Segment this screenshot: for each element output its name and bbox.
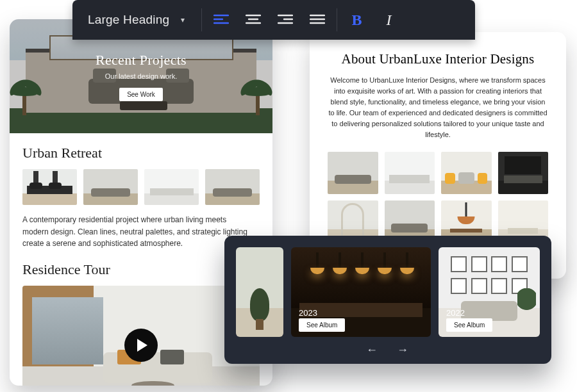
album-card[interactable] — [236, 247, 283, 337]
toolbar-separator — [337, 8, 337, 31]
align-justify-button[interactable] — [308, 12, 326, 28]
thumbnail[interactable] — [22, 169, 77, 205]
grid-image[interactable] — [328, 152, 378, 194]
text-style-selected: Large Heading — [88, 13, 169, 27]
thumbnail-row — [22, 169, 260, 205]
toolbar-separator — [201, 8, 202, 31]
album-year: 2022 — [446, 308, 465, 318]
align-center-button[interactable] — [244, 12, 262, 28]
album-card[interactable]: 2022 See Album — [439, 247, 540, 337]
align-left-button[interactable] — [212, 12, 230, 28]
see-album-button[interactable]: See Album — [446, 318, 492, 332]
album-year: 2023 — [299, 308, 317, 318]
align-group — [212, 12, 326, 28]
play-icon[interactable] — [124, 329, 158, 362]
hero-title: Recent Projects — [96, 52, 187, 69]
bold-button[interactable]: B — [347, 12, 365, 28]
thumbnail[interactable] — [83, 169, 138, 205]
carousel-next-button[interactable]: → — [397, 343, 410, 357]
see-work-button[interactable]: See Work — [119, 88, 163, 101]
section-description: A contemporary residential project where… — [22, 214, 253, 250]
italic-button[interactable]: I — [380, 12, 397, 28]
chevron-down-icon: ▾ — [181, 15, 185, 24]
thumbnail[interactable] — [205, 169, 260, 205]
section-title: Urban Retreat — [22, 145, 260, 161]
album-card[interactable]: 2023 See Album — [291, 247, 431, 337]
grid-image[interactable] — [441, 152, 492, 194]
about-body: Welcome to UrbanLuxe Interior Designs, w… — [328, 75, 548, 140]
editor-toolbar: Large Heading ▾ B I — [72, 0, 475, 40]
image-grid — [328, 152, 548, 243]
thumbnail[interactable] — [144, 169, 199, 205]
see-album-button[interactable]: See Album — [299, 318, 345, 332]
align-right-button[interactable] — [276, 12, 294, 28]
grid-image[interactable] — [498, 152, 549, 194]
hero-subtitle: Our latest design work. — [105, 72, 178, 80]
format-group: B I — [347, 12, 397, 28]
text-style-dropdown[interactable]: Large Heading ▾ — [81, 9, 191, 31]
grid-image[interactable] — [385, 152, 435, 194]
carousel-prev-button[interactable]: ← — [366, 343, 379, 357]
album-carousel: 2023 See Album 2022 See Album ← → — [224, 236, 551, 364]
about-title: About UrbanLuxe Interior Designs — [328, 51, 548, 67]
